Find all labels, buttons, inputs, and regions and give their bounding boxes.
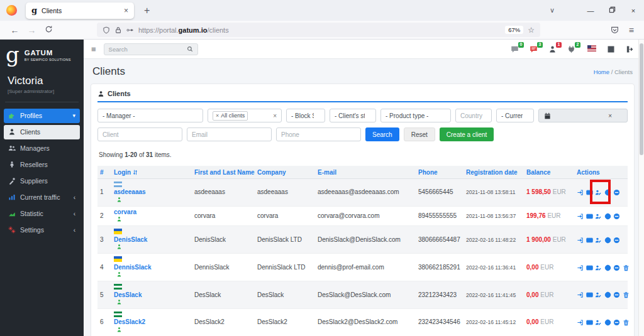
sidebar-item-managers[interactable]: Managers [4,141,80,156]
sidebar-item-profiles[interactable]: Profiles▾ [4,109,80,123]
payments-icon[interactable] [586,237,593,244]
email-input[interactable] [187,127,272,141]
delete-icon[interactable] [623,264,630,271]
edit-user-icon[interactable] [595,237,602,244]
date-range-picker[interactable]: × [538,109,628,122]
product-type-select[interactable]: - Product type - [380,109,451,122]
reload-icon[interactable] [40,25,57,35]
online-clients-icon[interactable]: 1 [548,45,557,53]
forward-icon[interactable]: → [23,25,40,35]
search-icon[interactable] [187,46,193,52]
filter-tag[interactable]: ×All clients [213,111,248,121]
panel-title: Clients [108,90,131,97]
scrollbar-thumb[interactable] [640,43,643,155]
alerts-icon[interactable]: 3 [530,45,538,53]
globe-icon[interactable] [604,291,611,298]
client-stat-select[interactable]: - Client's stat - [330,109,376,122]
country-input[interactable] [455,109,492,122]
sidebar-item-resellers[interactable]: Resellers [4,158,80,172]
edit-user-icon[interactable] [595,189,602,196]
payments-icon[interactable] [586,213,593,220]
client-login-link[interactable]: corvara [114,209,189,216]
sidebar-item-settings[interactable]: Settings‹ [4,223,80,237]
sidebar-item-clients[interactable]: Clients [4,125,80,139]
tab-close-icon[interactable]: × [124,6,128,15]
globe-icon[interactable] [604,237,611,244]
back-icon[interactable]: ← [6,25,23,35]
currency-select[interactable]: - Currency - [496,109,534,122]
topbar-search-input[interactable]: Search [104,43,198,55]
globe-icon[interactable] [604,213,611,220]
login-as-icon[interactable] [577,189,584,196]
shield-icon[interactable] [103,26,110,34]
block-icon[interactable] [613,237,620,244]
new-tab-button[interactable]: + [144,5,150,16]
col-header-login[interactable]: Login [111,166,192,179]
block-icon[interactable] [613,189,620,196]
sidebar-item-suppliers[interactable]: Suppliers [4,174,80,188]
payments-icon[interactable] [586,291,593,298]
login-as-icon[interactable] [577,264,584,271]
messages-icon[interactable]: 0 [511,45,519,53]
block-icon[interactable] [613,291,620,298]
zoom-level-badge[interactable]: 67% [505,26,523,34]
client-login-link[interactable]: DennisSlack [114,264,189,271]
manager-select[interactable]: - Manager - [97,109,203,122]
reset-button[interactable]: Reset [404,127,435,141]
clients-filter-multiselect[interactable]: ×All clients × [208,109,282,122]
sidebar-item-current-traffic[interactable]: Current traffic‹ [4,190,80,205]
globe-icon[interactable] [604,319,611,326]
breadcrumb-home-link[interactable]: Home [594,68,609,75]
block-icon[interactable] [613,213,620,220]
sidebar-toggle-icon[interactable]: ≡ [91,45,96,54]
menu-hamburger-icon[interactable]: ≡ [629,25,634,35]
pocket-icon[interactable] [611,26,619,34]
client-login-link[interactable]: DesSlack2 [114,318,189,326]
globe-icon[interactable] [604,264,611,271]
login-as-icon[interactable] [577,319,584,326]
client-login-link[interactable]: DesSlack [114,291,189,299]
logout-icon[interactable] [626,45,634,53]
page-scrollbar[interactable] [638,40,644,336]
connections-icon[interactable]: 2 [567,45,575,53]
apps-grid-icon[interactable] [607,45,615,53]
sidebar-item-statistic[interactable]: Statistic‹ [4,207,80,221]
phone-input[interactable] [276,127,361,141]
lock-icon[interactable] [114,26,122,34]
edit-user-icon[interactable] [595,264,602,271]
list-tabs-chevron-icon[interactable]: ∨ [550,6,555,14]
restore-button[interactable] [601,6,623,14]
login-as-icon[interactable] [577,237,584,244]
permissions-icon[interactable] [126,26,134,34]
block-icon[interactable] [613,319,620,326]
delete-icon[interactable] [623,291,630,298]
edit-user-icon[interactable] [595,291,602,298]
payments-icon[interactable] [586,319,593,326]
edit-user-icon[interactable] [595,319,602,326]
clear-date-icon[interactable]: × [608,112,612,119]
payments-icon[interactable] [586,264,593,271]
edit-user-icon[interactable] [595,213,602,220]
close-window-button[interactable]: × [623,7,644,14]
browser-tab[interactable]: g Clients × [26,3,134,19]
col-header-phone: Phone [416,166,464,179]
client-login-link[interactable]: DenisSlack [114,236,189,244]
login-as-icon[interactable] [577,291,584,298]
minimize-button[interactable]: — [580,7,601,14]
delete-icon[interactable] [623,319,630,326]
url-bar[interactable]: https://portal.gatum.io/clients 67% ☆ [97,23,540,37]
login-as-icon[interactable] [577,213,584,220]
block-status-select[interactable]: - Block Status - [286,109,325,122]
brand[interactable]: g GATUM BY SEMPICO SOLUTIONS [0,40,84,66]
bookmark-star-icon[interactable]: ☆ [528,26,535,35]
search-button[interactable]: Search [365,127,399,141]
client-login-link[interactable]: asdeeaaas [114,188,189,196]
block-icon[interactable] [613,264,620,271]
client-row: 3DenisSlackDenisSlackDenisSlack LTDDenis… [97,226,628,254]
firefox-logo-icon[interactable] [6,5,17,16]
create-client-button[interactable]: Create a client [440,127,494,141]
panel-header: Clients [97,90,628,102]
language-us-flag-icon[interactable] [587,45,596,53]
client-input[interactable] [97,127,182,141]
clear-filter-icon[interactable]: × [273,112,277,119]
